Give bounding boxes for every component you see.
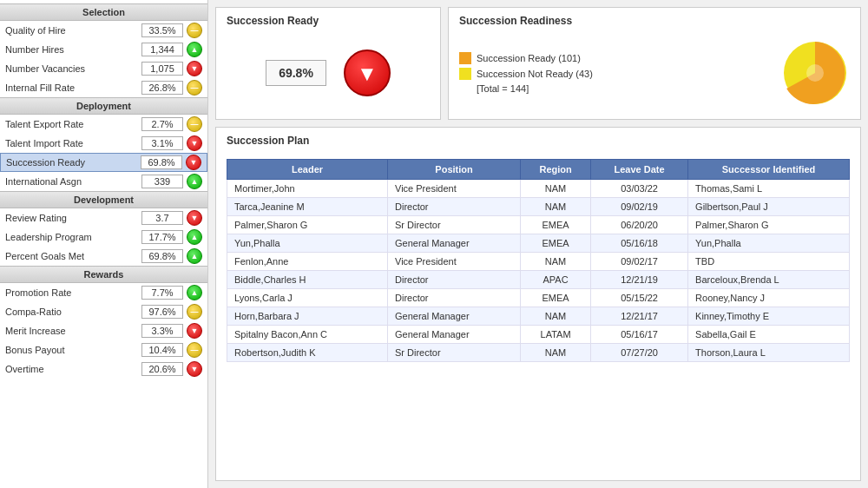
indicator-icon: ▲: [187, 285, 202, 300]
table-column-header: Leader: [227, 160, 388, 180]
table-row[interactable]: Yun,PhallaGeneral ManagerEMEA05/16/18Yun…: [227, 234, 850, 253]
metric-value: 26.8%: [141, 81, 183, 95]
table-body: Mortimer,JohnVice PresidentNAM03/03/22Th…: [227, 180, 850, 362]
svg-point-1: [806, 64, 824, 82]
table-header: LeaderPositionRegionLeave DateSuccessor …: [227, 160, 850, 180]
table-cell: Yun,Phalla: [227, 234, 388, 253]
table-cell: 12/21/19: [591, 271, 688, 289]
succession-plan-table-container[interactable]: LeaderPositionRegionLeave DateSuccessor …: [227, 159, 850, 473]
metric-label: Percent Goals Met: [5, 251, 141, 261]
metric-label: Bonus Payout: [5, 345, 141, 355]
table-cell: EMEA: [521, 216, 591, 234]
table-cell: Gilbertson,Paul J: [688, 198, 850, 216]
metric-row[interactable]: Bonus Payout10.4%—: [0, 340, 207, 359]
metric-row[interactable]: Internal Fill Rate26.8%—: [0, 78, 207, 97]
metric-label: Talent Import Rate: [5, 138, 141, 148]
metric-label: Review Rating: [5, 213, 141, 223]
metric-value: 1,075: [141, 62, 183, 76]
metric-row[interactable]: Number Vacancies1,075▼: [0, 59, 207, 78]
metric-value: 69.8%: [141, 155, 182, 169]
table-row[interactable]: Horn,Barbara JGeneral ManagerNAM12/21/17…: [227, 307, 850, 326]
table-cell: Thorson,Laura L: [688, 344, 850, 362]
succession-readiness-title: Succession Readiness: [459, 15, 572, 27]
metric-label: Promotion Rate: [5, 287, 141, 298]
table-cell: General Manager: [388, 326, 521, 344]
metric-row[interactable]: Promotion Rate7.7%▲: [0, 283, 207, 302]
table-cell: 05/15/22: [591, 289, 688, 307]
table-cell: Fenlon,Anne: [227, 253, 388, 271]
table-row[interactable]: Palmer,Sharon GSr DirectorEMEA06/20/20Pa…: [227, 216, 850, 234]
table-cell: Thomas,Sami L: [688, 180, 850, 198]
table-cell: 09/02/19: [591, 198, 688, 216]
indicator-icon: ▼: [187, 323, 202, 339]
metric-value: 10.4%: [141, 343, 183, 357]
table-row[interactable]: Biddle,Charles HDirectorAPAC12/21/19Barc…: [227, 271, 850, 289]
indicator-icon: ▲: [187, 174, 202, 189]
table-cell: Director: [388, 289, 521, 307]
indicator-icon: ▼: [187, 210, 202, 226]
metric-row[interactable]: Succession Ready69.8%▼: [0, 153, 207, 172]
metric-label: Internal Fill Rate: [5, 82, 141, 93]
table-cell: Sabella,Gail E: [688, 326, 850, 344]
succession-ready-title: Succession Ready: [227, 15, 319, 27]
readiness-legend: Succession Ready (101)Succession Not Rea…: [459, 52, 766, 94]
table-cell: Sr Director: [388, 344, 521, 362]
table-cell: Vice President: [388, 253, 521, 271]
table-row[interactable]: Tarca,Jeanine MDirectorNAM09/02/19Gilber…: [227, 198, 850, 216]
table-row[interactable]: Mortimer,JohnVice PresidentNAM03/03/22Th…: [227, 180, 850, 198]
table-cell: EMEA: [521, 234, 591, 253]
table-cell: NAM: [521, 344, 591, 362]
metric-row[interactable]: Leadership Program17.7%▲: [0, 228, 207, 247]
table-row[interactable]: Spitalny Bacon,Ann CGeneral ManagerLATAM…: [227, 326, 850, 344]
main-content: Succession Ready 69.8% ▼ Succession Read…: [208, 0, 868, 488]
table-cell: Robertson,Judith K: [227, 344, 388, 362]
metric-row[interactable]: Review Rating3.7▼: [0, 208, 207, 228]
indicator-icon: ▲: [187, 42, 202, 57]
table-cell: Yun,Phalla: [688, 234, 850, 253]
table-cell: LATAM: [521, 326, 591, 344]
indicator-icon: ▲: [187, 229, 202, 245]
legend-item: Succession Not Ready (43): [459, 68, 766, 80]
metric-row[interactable]: International Asgn339▲: [0, 172, 207, 191]
metric-label: Overtime: [5, 364, 141, 374]
indicator-icon: ▼: [187, 361, 202, 377]
table-cell: Rooney,Nancy J: [688, 289, 850, 307]
table-header-row: LeaderPositionRegionLeave DateSuccessor …: [227, 160, 850, 180]
metric-value: 7.7%: [141, 286, 183, 300]
table-cell: Palmer,Sharon G: [688, 216, 850, 234]
metric-value: 33.5%: [141, 23, 183, 37]
metric-value: 3.7: [141, 211, 183, 225]
table-cell: NAM: [521, 253, 591, 271]
table-cell: 05/16/17: [591, 326, 688, 344]
readiness-pie-chart: [780, 38, 850, 108]
metric-label: Succession Ready: [6, 157, 141, 168]
metric-row[interactable]: Quality of Hire33.5%—: [0, 21, 207, 40]
table-row[interactable]: Lyons,Carla JDirectorEMEA05/15/22Rooney,…: [227, 289, 850, 307]
table-cell: Lyons,Carla J: [227, 289, 388, 307]
table-cell: TBD: [688, 253, 850, 271]
metric-row[interactable]: Overtime20.6%▼: [0, 359, 207, 379]
indicator-icon: —: [187, 80, 202, 96]
table-cell: APAC: [521, 271, 591, 289]
table-cell: 06/20/20: [591, 216, 688, 234]
metric-label: Number Hires: [5, 44, 141, 55]
indicator-icon: —: [187, 342, 202, 358]
top-row: Succession Ready 69.8% ▼ Succession Read…: [215, 7, 861, 120]
table-row[interactable]: Robertson,Judith KSr DirectorNAM07/27/20…: [227, 344, 850, 362]
metric-row[interactable]: Number Hires1,344▲: [0, 40, 207, 59]
metric-row[interactable]: Talent Import Rate3.1%▼: [0, 134, 207, 153]
metric-label: International Asgn: [5, 176, 141, 187]
sidebar-section-title: Rewards: [0, 266, 207, 283]
table-cell: Vice President: [388, 180, 521, 198]
metric-row[interactable]: Percent Goals Met69.8%▲: [0, 247, 207, 266]
table-column-header: Successor Identified: [688, 160, 850, 180]
metric-row[interactable]: Talent Export Rate2.7%—: [0, 115, 207, 134]
table-row[interactable]: Fenlon,AnneVice PresidentNAM09/02/17TBD: [227, 253, 850, 271]
table-column-header: Region: [521, 160, 591, 180]
metric-row[interactable]: Compa-Ratio97.6%—: [0, 302, 207, 321]
succession-ready-content: 69.8% ▼: [266, 34, 391, 112]
legend-item: Succession Ready (101): [459, 52, 766, 64]
indicator-icon: ▲: [187, 248, 202, 264]
metric-row[interactable]: Merit Increase3.3%▼: [0, 321, 207, 340]
legend-color-box: [459, 68, 471, 80]
